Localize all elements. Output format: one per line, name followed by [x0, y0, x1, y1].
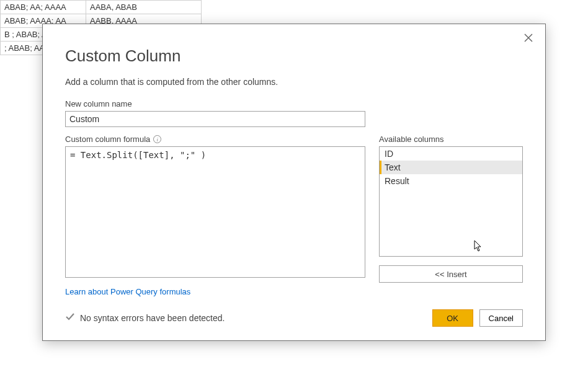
new-column-name-label: New column name	[65, 99, 523, 108]
insert-button[interactable]: << Insert	[379, 265, 523, 283]
custom-column-dialog: Custom Column Add a column that is compu…	[42, 24, 546, 341]
available-column-item[interactable]: ID	[380, 147, 522, 161]
status-text: No syntax errors have been detected.	[80, 313, 225, 323]
available-columns-label: Available columns	[379, 135, 523, 144]
dialog-subtitle: Add a column that is computed from the o…	[65, 77, 523, 87]
cell: ABAB; AA; AAAA	[1, 1, 86, 14]
close-icon	[524, 32, 533, 45]
available-column-item[interactable]: Result	[380, 174, 522, 188]
cancel-button[interactable]: Cancel	[479, 309, 523, 327]
check-icon	[65, 312, 75, 324]
available-columns-list: ID Text Result	[379, 146, 523, 257]
dialog-title: Custom Column	[65, 46, 523, 66]
info-icon[interactable]: i	[153, 135, 161, 143]
formula-label-text: Custom column formula	[65, 135, 150, 144]
available-column-item[interactable]: Text	[380, 161, 522, 174]
ok-button[interactable]: OK	[432, 309, 473, 327]
table-row: ABAB; AA; AAAA AABA, ABAB	[1, 1, 202, 14]
formula-textarea[interactable]	[65, 146, 365, 278]
cell: AABA, ABAB	[86, 1, 202, 14]
learn-link[interactable]: Learn about Power Query formulas	[65, 287, 190, 296]
formula-label: Custom column formula i	[65, 135, 365, 144]
close-button[interactable]	[522, 32, 535, 45]
new-column-name-input[interactable]	[65, 111, 365, 127]
cursor-icon	[474, 240, 483, 252]
status-message: No syntax errors have been detected.	[65, 312, 225, 324]
